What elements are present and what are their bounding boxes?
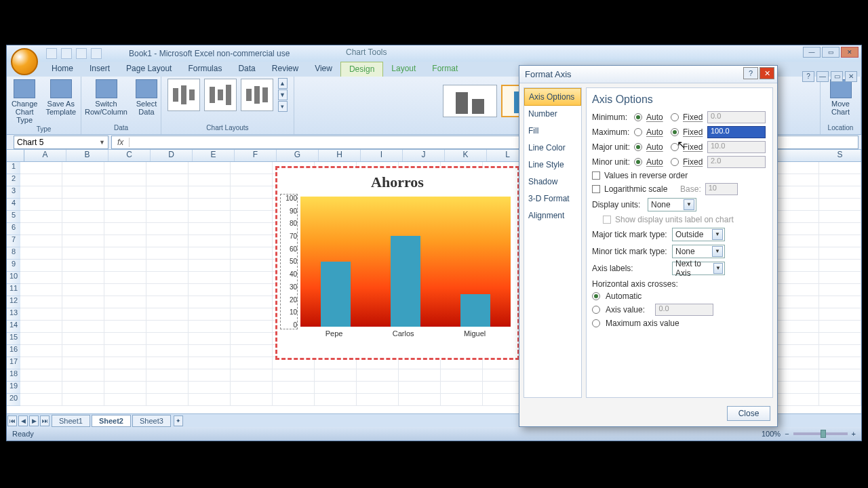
qat-save-icon[interactable] xyxy=(46,48,57,59)
col-header[interactable]: D xyxy=(151,150,193,161)
row-header[interactable]: 12 xyxy=(7,296,20,308)
cell[interactable] xyxy=(189,345,231,357)
cell[interactable] xyxy=(146,382,189,394)
maximize-button[interactable]: ▭ xyxy=(822,47,840,58)
cell[interactable] xyxy=(777,272,819,284)
cell[interactable] xyxy=(20,235,62,247)
cell[interactable] xyxy=(146,321,189,333)
col-header[interactable]: I xyxy=(361,150,403,161)
col-header[interactable]: E xyxy=(193,150,235,161)
zoom-out-icon[interactable]: − xyxy=(785,430,789,438)
layouts-down-icon[interactable]: ▼ xyxy=(278,89,288,100)
cell[interactable] xyxy=(441,369,483,382)
tab-data[interactable]: Data xyxy=(230,62,263,77)
cell[interactable] xyxy=(231,333,273,345)
cell[interactable] xyxy=(62,357,104,369)
dialog-nav-item[interactable]: Axis Options xyxy=(524,88,581,106)
cell[interactable] xyxy=(104,284,146,296)
minimum-value-input[interactable]: 0.0 xyxy=(707,111,766,123)
tab-insert[interactable]: Insert xyxy=(81,62,118,77)
cell[interactable] xyxy=(819,308,861,321)
cell[interactable] xyxy=(819,333,861,345)
sheet-nav-last-icon[interactable]: ⏭ xyxy=(40,415,50,426)
col-header[interactable]: B xyxy=(66,150,108,161)
cell[interactable] xyxy=(819,369,861,382)
cell[interactable] xyxy=(819,394,861,406)
zoom-level[interactable]: 100% xyxy=(762,430,781,438)
cell[interactable] xyxy=(777,284,819,296)
cell[interactable] xyxy=(189,247,231,260)
y-axis[interactable]: 1009080706050403020100 xyxy=(280,194,298,329)
major-value-input[interactable]: 10.0 xyxy=(707,141,766,153)
cell[interactable] xyxy=(819,186,861,199)
cell[interactable] xyxy=(189,235,231,247)
chart-layout-1[interactable] xyxy=(167,79,200,111)
cell[interactable] xyxy=(62,296,104,308)
cell[interactable] xyxy=(62,369,104,382)
cell[interactable] xyxy=(20,247,62,260)
tab-design[interactable]: Design xyxy=(340,62,383,77)
cell[interactable] xyxy=(777,223,819,235)
cell[interactable] xyxy=(357,394,399,406)
namebox-arrow-icon[interactable]: ▼ xyxy=(99,139,105,146)
maximum-auto-radio[interactable] xyxy=(634,128,642,136)
cell[interactable] xyxy=(819,174,861,186)
cell[interactable] xyxy=(146,369,189,382)
cell[interactable] xyxy=(819,247,861,260)
dialog-close-icon[interactable]: ✕ xyxy=(760,67,774,79)
cell[interactable] xyxy=(146,235,189,247)
cell[interactable] xyxy=(189,321,231,333)
cell[interactable] xyxy=(231,284,273,296)
cell[interactable] xyxy=(819,235,861,247)
switch-row-column-button[interactable]: Switch Row/Column xyxy=(82,78,130,117)
cell[interactable] xyxy=(189,333,231,345)
row-header[interactable]: 4 xyxy=(7,199,20,211)
cell[interactable] xyxy=(777,369,819,382)
cell[interactable] xyxy=(146,162,189,174)
cell[interactable] xyxy=(315,382,357,394)
tab-view[interactable]: View xyxy=(307,62,340,77)
col-header[interactable]: H xyxy=(319,150,361,161)
chart-style-1[interactable] xyxy=(443,85,497,117)
tab-review[interactable]: Review xyxy=(264,62,307,77)
cell[interactable] xyxy=(819,260,861,272)
move-chart-button[interactable]: Move Chart xyxy=(827,78,854,117)
cell[interactable] xyxy=(189,296,231,308)
cell[interactable] xyxy=(104,272,146,284)
cell[interactable] xyxy=(441,394,483,406)
cell[interactable] xyxy=(231,272,273,284)
col-header[interactable]: A xyxy=(24,150,66,161)
cell[interactable] xyxy=(189,308,231,321)
cell[interactable] xyxy=(104,394,146,406)
cell[interactable] xyxy=(20,333,62,345)
cell[interactable] xyxy=(441,382,483,394)
tab-formulas[interactable]: Formulas xyxy=(180,62,230,77)
row-header[interactable]: 16 xyxy=(7,345,20,357)
cell[interactable] xyxy=(62,308,104,321)
col-header[interactable]: C xyxy=(108,150,151,161)
cell[interactable] xyxy=(62,345,104,357)
display-units-select[interactable]: None▼ xyxy=(648,198,696,211)
cell[interactable] xyxy=(189,199,231,211)
cell[interactable] xyxy=(315,369,357,382)
sheet-tab-2[interactable]: Sheet2 xyxy=(92,415,131,427)
cell[interactable] xyxy=(20,174,62,186)
crosses-max-radio[interactable] xyxy=(592,319,600,327)
cell[interactable] xyxy=(104,174,146,186)
reverse-order-checkbox[interactable] xyxy=(592,171,600,180)
tab-home[interactable]: Home xyxy=(43,62,81,77)
qat-redo-icon[interactable] xyxy=(76,48,87,59)
cell[interactable] xyxy=(819,223,861,235)
sheet-nav-first-icon[interactable]: ⏮ xyxy=(7,415,17,426)
cell[interactable] xyxy=(146,333,189,345)
row-header[interactable]: 19 xyxy=(7,382,20,394)
cell[interactable] xyxy=(104,357,146,369)
cell[interactable] xyxy=(189,394,231,406)
cell[interactable] xyxy=(273,394,315,406)
cell[interactable] xyxy=(777,162,819,174)
tab-layout[interactable]: Layout xyxy=(383,62,424,77)
cell[interactable] xyxy=(62,174,104,186)
chart-title[interactable]: Ahorros xyxy=(277,168,517,194)
cell[interactable] xyxy=(146,247,189,260)
major-tick-select[interactable]: Outside▼ xyxy=(672,228,725,241)
